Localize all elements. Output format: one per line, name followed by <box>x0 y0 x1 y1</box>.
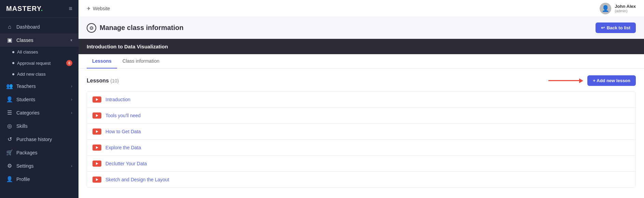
sidebar-item-label: Classes <box>16 37 33 43</box>
back-arrow-icon: ↩ <box>601 25 605 30</box>
lesson-item[interactable]: How to Get Data <box>87 123 636 140</box>
hamburger-icon[interactable]: ≡ <box>69 5 72 12</box>
chevron-right-icon: › <box>71 164 72 168</box>
chevron-right-icon: › <box>71 110 72 115</box>
chevron-right-icon: › <box>71 97 72 102</box>
website-icon: ✈ <box>87 6 91 11</box>
lesson-name[interactable]: How to Get Data <box>105 129 141 134</box>
lesson-item[interactable]: Declutter Your Data <box>87 155 636 172</box>
approval-badge: 0 <box>66 60 72 66</box>
back-button-label: Back to list <box>607 25 630 30</box>
red-arrow-line <box>548 80 579 81</box>
main-content: ✈ Website 👤 John Alex (admin) ⊙ Manage c… <box>78 0 644 198</box>
sidebar-item-skills[interactable]: ◎ Skills <box>0 119 78 133</box>
skills-icon: ◎ <box>6 123 13 129</box>
sidebar-item-label: Categories <box>16 110 40 116</box>
topbar: ✈ Website 👤 John Alex (admin) <box>78 0 644 17</box>
sidebar-item-label: Purchase history <box>16 137 52 142</box>
sidebar: MASTERY. ≡ ⌂ Dashboard ▣ Classes ▾ All c… <box>0 0 78 198</box>
sidebar-item-label: Settings <box>16 163 34 169</box>
add-lesson-label: + Add new lesson <box>593 78 630 83</box>
sidebar-subitem-label: Add new class <box>17 72 46 77</box>
dot-icon <box>12 62 14 64</box>
youtube-icon <box>92 112 101 119</box>
username: John Alex <box>615 4 636 9</box>
packages-icon: 🛒 <box>6 149 13 156</box>
sidebar-item-label: Teachers <box>16 83 36 89</box>
lesson-item[interactable]: Tools you'll need <box>87 107 636 124</box>
lesson-name[interactable]: Declutter Your Data <box>105 161 147 166</box>
lesson-name[interactable]: Intraduction <box>105 97 130 102</box>
user-role: (admin) <box>615 9 636 13</box>
students-icon: 👤 <box>6 96 13 103</box>
chevron-right-icon: › <box>71 84 72 89</box>
teachers-icon: 👥 <box>6 83 13 89</box>
lesson-item[interactable]: Explore the Data <box>87 139 636 156</box>
sidebar-item-label: Profile <box>16 177 30 182</box>
content-area: Lessons (10) + Add new lesson Intraducti… <box>78 68 644 198</box>
lesson-item[interactable]: Sketch and Design the Layout <box>87 171 636 188</box>
tab-class-information[interactable]: Class information <box>117 54 165 68</box>
sidebar-item-profile[interactable]: 👤 Profile <box>0 172 78 186</box>
sidebar-item-packages[interactable]: 🛒 Packages <box>0 146 78 159</box>
sidebar-logo: MASTERY. ≡ <box>0 0 78 18</box>
user-details: John Alex (admin) <box>615 4 636 13</box>
lessons-title: Lessons (10) <box>87 78 119 84</box>
class-title: Introduction to Data Visualization <box>87 44 168 49</box>
youtube-icon <box>92 128 101 135</box>
sidebar-item-teachers[interactable]: 👥 Teachers › <box>0 79 78 93</box>
tab-lessons-label: Lessons <box>92 58 112 64</box>
add-new-lesson-button[interactable]: + Add new lesson <box>587 75 636 86</box>
sidebar-item-all-classes[interactable]: All classes <box>0 47 78 57</box>
sidebar-item-settings[interactable]: ⚙ Settings › <box>0 159 78 172</box>
lesson-name[interactable]: Sketch and Design the Layout <box>105 177 169 182</box>
sidebar-item-approval-request[interactable]: Approval request 0 <box>0 57 78 69</box>
page-title-text: Manage class information <box>100 24 184 32</box>
manage-icon: ⊙ <box>87 23 96 33</box>
lesson-name[interactable]: Explore the Data <box>105 145 141 150</box>
youtube-icon <box>92 177 101 183</box>
tab-class-info-label: Class information <box>123 58 159 64</box>
history-icon: ↺ <box>6 136 13 142</box>
avatar: 👤 <box>600 3 611 14</box>
lessons-list: Intraduction Tools you'll need How to Ge… <box>87 91 636 188</box>
lesson-item[interactable]: Intraduction <box>87 91 636 108</box>
sidebar-item-dashboard[interactable]: ⌂ Dashboard <box>0 20 78 33</box>
profile-icon: 👤 <box>6 176 13 182</box>
back-to-list-button[interactable]: ↩ Back to list <box>596 22 636 33</box>
sidebar-item-add-new-class[interactable]: Add new class <box>0 69 78 79</box>
sidebar-item-students[interactable]: 👤 Students › <box>0 93 78 106</box>
youtube-icon <box>92 96 101 103</box>
sidebar-subitem-label: All classes <box>17 49 38 55</box>
dot-icon <box>12 51 14 53</box>
sidebar-item-categories[interactable]: ☰ Categories › <box>0 106 78 119</box>
sidebar-nav: ⌂ Dashboard ▣ Classes ▾ All classes Appr… <box>0 18 78 188</box>
settings-icon: ⚙ <box>6 163 13 169</box>
sidebar-item-classes[interactable]: ▣ Classes ▾ <box>0 33 78 47</box>
page-header: ⊙ Manage class information ↩ Back to lis… <box>78 17 644 39</box>
sidebar-item-label: Packages <box>16 150 37 155</box>
logo-text: MASTERY. <box>6 5 43 13</box>
user-info: 👤 John Alex (admin) <box>600 3 636 14</box>
sidebar-item-label: Students <box>16 97 35 102</box>
red-arrow-head <box>579 78 583 83</box>
tabs-bar: Lessons Class information <box>78 54 644 68</box>
classes-icon: ▣ <box>6 37 13 43</box>
sidebar-item-label: Skills <box>16 123 28 129</box>
dashboard-icon: ⌂ <box>6 24 13 30</box>
page-title: ⊙ Manage class information <box>87 23 184 33</box>
dot-icon <box>12 73 14 75</box>
lessons-count: (10) <box>110 78 119 83</box>
youtube-icon <box>92 161 101 167</box>
lessons-header: Lessons (10) + Add new lesson <box>87 75 636 86</box>
website-label: Website <box>93 6 110 11</box>
class-info-bar: Introduction to Data Visualization <box>78 39 644 54</box>
sidebar-item-purchase-history[interactable]: ↺ Purchase history <box>0 133 78 146</box>
youtube-icon <box>92 144 101 151</box>
sidebar-item-label: Dashboard <box>16 24 40 30</box>
website-link[interactable]: ✈ Website <box>87 6 110 11</box>
chevron-down-icon: ▾ <box>70 38 72 43</box>
lesson-name[interactable]: Tools you'll need <box>105 113 141 118</box>
tab-lessons[interactable]: Lessons <box>87 54 117 68</box>
sidebar-subitem-label: Approval request <box>17 61 51 66</box>
